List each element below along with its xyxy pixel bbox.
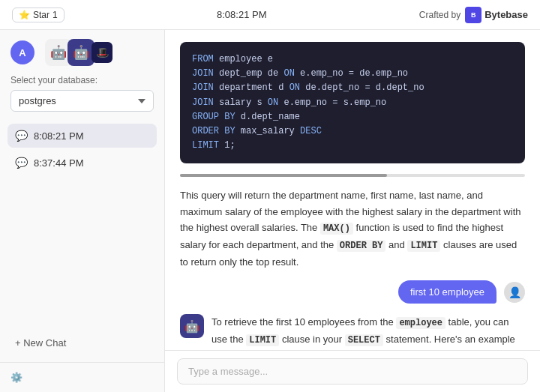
db-select[interactable]: postgres — [10, 90, 154, 112]
inline-code-select: SELECT — [345, 334, 383, 346]
new-chat-button[interactable]: + New Chat — [8, 331, 157, 355]
topbar: ⭐ Star 1 8:08:21 PM Crafted by B Bytebas… — [0, 0, 540, 30]
chat-icon-1: 💬 — [15, 130, 28, 142]
input-bar — [165, 350, 540, 392]
topbar-right: Crafted by B Bytebase — [419, 7, 528, 23]
bot-message-row: 🤖 To retrieve the first 10 employees fro… — [180, 314, 525, 350]
messages-list: FROM employee e JOIN dept_emp de ON e.em… — [165, 30, 540, 350]
bytebase-icon: B — [465, 7, 482, 23]
user-avatar-icon: 👤 — [504, 282, 525, 303]
message-input[interactable] — [177, 358, 528, 385]
settings-button[interactable]: ⚙️ — [10, 372, 154, 383]
db-label: Select your database: — [10, 75, 154, 85]
bytebase-brand: Bytebase — [484, 9, 528, 20]
sidebar-nav: 💬 8:08:21 PM 💬 8:37:44 PM — [0, 118, 164, 331]
user-bubble: first 10 employee — [398, 280, 496, 304]
inline-code-max: MAX() — [320, 223, 353, 235]
chat-item-1[interactable]: 💬 8:08:21 PM — [8, 124, 157, 148]
star-icon: ⭐ — [19, 10, 30, 20]
new-chat-label: + New Chat — [15, 337, 66, 349]
logo-icons: 🤖 🤖 🎩 — [45, 39, 112, 66]
topbar-time: 8:08:21 PM — [217, 9, 267, 20]
bot-reply-text: To retrieve the first 10 employees from … — [212, 314, 525, 350]
crafted-by-label: Crafted by — [419, 10, 460, 20]
star-button[interactable]: ⭐ Star 1 — [12, 7, 64, 22]
explanation-text: This query will return the department na… — [180, 187, 525, 270]
code-block-top: FROM employee e JOIN dept_emp de ON e.em… — [180, 42, 525, 163]
chat-area: FROM employee e JOIN dept_emp de ON e.em… — [165, 30, 540, 392]
chat-item-2[interactable]: 💬 8:37:44 PM — [8, 151, 157, 175]
sidebar-logo: A 🤖 🤖 🎩 — [10, 39, 154, 66]
inline-code-employee: employee — [396, 317, 446, 329]
user-message-row: first 10 employee 👤 — [180, 280, 525, 304]
sidebar: A 🤖 🤖 🎩 Select your database: postgres 💬… — [0, 30, 165, 392]
bot-response-content: To retrieve the first 10 employees from … — [212, 314, 525, 350]
scroll-hint — [180, 174, 525, 177]
main-layout: A 🤖 🤖 🎩 Select your database: postgres 💬… — [0, 30, 540, 392]
bytebase-logo: B Bytebase — [465, 7, 528, 23]
chat-label-1: 8:08:21 PM — [34, 130, 84, 142]
bot-icon-3: 🎩 — [92, 42, 112, 63]
user-person-icon: 👤 — [508, 286, 521, 298]
user-avatar: A — [10, 40, 34, 64]
star-count: 1 — [52, 10, 58, 20]
sidebar-bottom: ⚙️ — [0, 362, 164, 392]
topbar-left: ⭐ Star 1 — [12, 7, 64, 22]
inline-code-limit2: LIMIT — [246, 334, 279, 346]
bot-icon-2: 🤖 — [68, 39, 94, 66]
chat-icon-2: 💬 — [15, 157, 28, 169]
star-label: Star — [33, 10, 50, 20]
chat-label-2: 8:37:44 PM — [34, 157, 84, 169]
inline-code-orderby: ORDER BY — [337, 240, 386, 252]
inline-code-limit: LIMIT — [407, 240, 440, 252]
settings-icon: ⚙️ — [10, 372, 22, 383]
bot-avatar: 🤖 — [180, 314, 204, 338]
sidebar-header: A 🤖 🤖 🎩 Select your database: postgres — [0, 30, 164, 118]
